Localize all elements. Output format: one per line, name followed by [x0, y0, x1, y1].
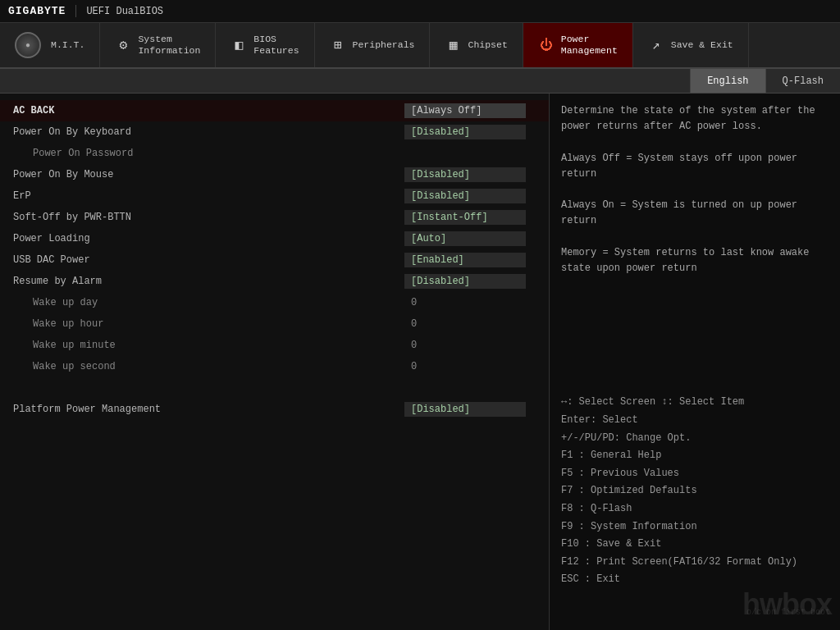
key-enter: Enter: Select [561, 412, 829, 430]
power-icon: ⏻ [538, 37, 555, 53]
key-select-screen: ↔: Select Screen ↕: Select Item [561, 394, 829, 412]
row-resume-alarm[interactable]: Resume by Alarm [Disabled] [0, 271, 549, 292]
row-wake-second[interactable]: Wake up second 0 [0, 356, 549, 377]
tab-mit-label: M.I.T. [51, 39, 84, 51]
row-power-keyboard[interactable]: Power On By Keyboard [Disabled] [0, 121, 549, 143]
wake-day-plain: 0 [404, 295, 423, 310]
row-wake-day[interactable]: Wake up day 0 [0, 292, 549, 313]
row-wake-minute[interactable]: Wake up minute 0 [0, 335, 549, 356]
key-f1: F1 : General Help [561, 447, 829, 465]
key-help: ↔: Select Screen ↕: Select Item Enter: S… [561, 394, 829, 589]
tab-sysinfo[interactable]: ⚙ SystemInformation [100, 23, 216, 67]
watermark-sub: o/c on first boot [746, 607, 830, 619]
tab-power-label: PowerManagement [561, 34, 618, 57]
row-platform-power[interactable]: Platform Power Management [Disabled] [0, 399, 549, 420]
power-mouse-label: Power On By Mouse [13, 169, 404, 180]
key-f10: F10 : Save & Exit [561, 536, 829, 554]
row-ac-back[interactable]: AC BACK [Always Off] [0, 100, 549, 121]
row-spacer [0, 377, 549, 399]
peripherals-icon: ⊞ [330, 37, 346, 53]
key-f7: F7 : Optimized Defaults [561, 482, 829, 500]
soft-off-label: Soft-Off by PWR-BTTN [13, 212, 404, 223]
tab-chipset[interactable]: ▦ Chipset [430, 23, 523, 67]
wake-day-label: Wake up day [13, 297, 404, 308]
wake-minute-value: 0 [404, 340, 536, 351]
wake-second-value: 0 [404, 361, 536, 372]
qflash-label: Q-Flash [783, 75, 824, 87]
usb-dac-value: [Enabled] [404, 253, 536, 267]
tab-chipset-label: Chipset [468, 39, 507, 51]
main-content: AC BACK [Always Off] Power On By Keyboar… [0, 94, 840, 630]
row-power-loading[interactable]: Power Loading [Auto] [0, 228, 549, 249]
help-line3: Memory = System returns to last know awa… [561, 247, 809, 274]
help-line1: Always Off = System stays off upon power… [561, 153, 797, 180]
nav-tabs: ● M.I.T. ⚙ SystemInformation ◧ BIOSFeatu… [0, 23, 840, 69]
key-f12: F12 : Print Screen(FAT16/32 Format Only) [561, 554, 829, 572]
row-erp[interactable]: ErP [Disabled] [0, 185, 549, 207]
brand-logo: GIGABYTE [8, 5, 76, 17]
erp-value: [Disabled] [404, 189, 536, 203]
power-keyboard-label: Power On By Keyboard [13, 126, 404, 138]
sysinfo-icon: ⚙ [115, 37, 131, 53]
row-soft-off[interactable]: Soft-Off by PWR-BTTN [Instant-Off] [0, 207, 549, 228]
platform-power-label: Platform Power Management [13, 404, 404, 415]
power-mouse-value: [Disabled] [404, 167, 536, 182]
tab-power[interactable]: ⏻ PowerManagement [523, 23, 633, 67]
power-loading-valuebox: [Auto] [404, 231, 526, 246]
ac-back-valuebox: [Always Off] [404, 103, 526, 118]
power-loading-value: [Auto] [404, 231, 536, 246]
tab-bios[interactable]: ◧ BIOSFeatures [216, 23, 314, 67]
mit-icon: ● [15, 32, 41, 58]
tab-peripherals-label: Peripherals [353, 39, 415, 51]
soft-off-valuebox: [Instant-Off] [404, 210, 526, 225]
usb-dac-valuebox: [Enabled] [404, 253, 526, 267]
top-bar: GIGABYTE UEFI DualBIOS [0, 0, 840, 23]
wake-hour-value: 0 [404, 318, 536, 330]
bios-icon: ◧ [231, 37, 247, 53]
uefi-label: UEFI DualBIOS [86, 6, 163, 17]
key-esc: ESC : Exit [561, 571, 829, 589]
help-description: Determine the state of the system after … [561, 105, 815, 132]
power-keyboard-valuebox: [Disabled] [404, 125, 526, 139]
chipset-icon: ▦ [445, 37, 461, 53]
lang-english-label: English [707, 75, 748, 87]
power-mouse-valuebox: [Disabled] [404, 167, 526, 182]
platform-power-value: [Disabled] [404, 402, 536, 417]
ac-back-label: AC BACK [13, 105, 404, 116]
row-power-mouse[interactable]: Power On By Mouse [Disabled] [0, 164, 549, 185]
resume-alarm-label: Resume by Alarm [13, 276, 404, 287]
row-usb-dac[interactable]: USB DAC Power [Enabled] [0, 249, 549, 271]
key-f9: F9 : System Information [561, 518, 829, 536]
ac-back-value: [Always Off] [404, 103, 536, 118]
key-change: +/-/PU/PD: Change Opt. [561, 430, 829, 448]
tab-bios-label: BIOSFeatures [253, 34, 299, 57]
right-panel: Determine the state of the system after … [550, 94, 840, 630]
power-password-label: Power On Password [13, 148, 404, 159]
lang-bar: English Q-Flash [0, 69, 840, 94]
tab-peripherals[interactable]: ⊞ Peripherals [315, 23, 431, 67]
row-wake-hour[interactable]: Wake up hour 0 [0, 313, 549, 335]
left-panel: AC BACK [Always Off] Power On By Keyboar… [0, 94, 550, 630]
tab-save-label: Save & Exit [671, 39, 733, 51]
wake-minute-plain: 0 [404, 338, 423, 353]
tab-sysinfo-label: SystemInformation [138, 34, 200, 57]
soft-off-value: [Instant-Off] [404, 210, 536, 225]
wake-minute-label: Wake up minute [13, 340, 404, 351]
help-line2: Always On = System is turned on up power… [561, 199, 797, 226]
usb-dac-label: USB DAC Power [13, 254, 404, 266]
power-loading-label: Power Loading [13, 233, 404, 244]
help-text: Determine the state of the system after … [561, 103, 829, 276]
row-power-password: Power On Password [0, 143, 549, 164]
wake-hour-plain: 0 [404, 317, 423, 331]
tab-mit[interactable]: ● M.I.T. [0, 23, 100, 67]
wake-hour-label: Wake up hour [13, 318, 404, 330]
lang-english-btn[interactable]: English [690, 69, 765, 93]
key-f5: F5 : Previous Values [561, 465, 829, 483]
erp-valuebox: [Disabled] [404, 189, 526, 203]
qflash-btn[interactable]: Q-Flash [765, 69, 840, 93]
platform-power-valuebox: [Disabled] [404, 402, 526, 417]
erp-label: ErP [13, 190, 404, 202]
wake-second-plain: 0 [404, 359, 423, 374]
resume-alarm-value: [Disabled] [404, 274, 536, 289]
tab-save[interactable]: ↗ Save & Exit [633, 23, 749, 67]
